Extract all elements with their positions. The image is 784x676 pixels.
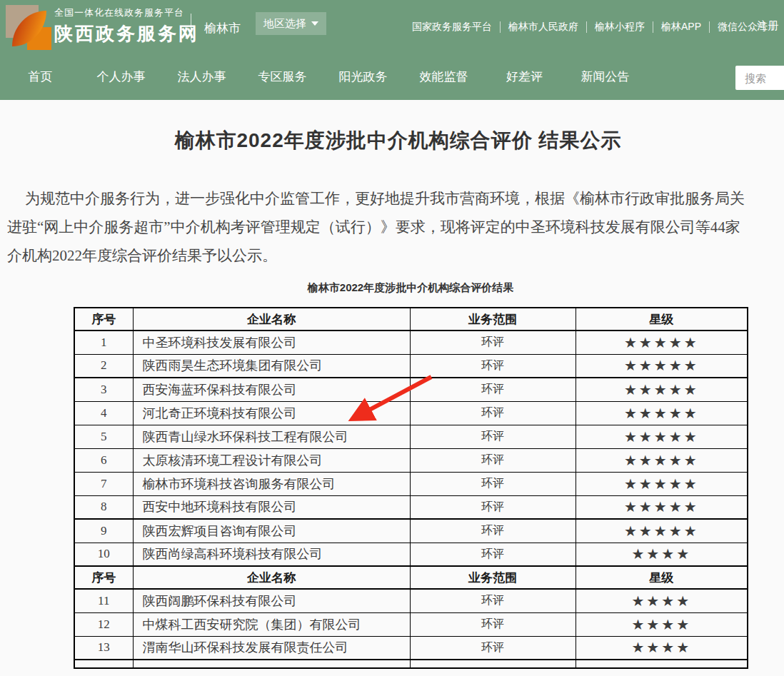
cell-company-name: 太原核清环境工程设计有限公司	[133, 448, 410, 472]
top-links: 国家政务服务平台榆林市人民政府榆林小程序榆林APP微信公众号	[412, 0, 768, 54]
cell-business-scope: 环评	[410, 589, 576, 612]
nav-item-5[interactable]: 阳光政务	[323, 69, 403, 85]
cell-star-rating: ★★★★★	[576, 425, 748, 448]
table-row: 12中煤科工西安研究院（集团）有限公司环评★★★★	[74, 612, 748, 636]
cell-index: 3	[74, 378, 133, 401]
cell-company-name: 中圣环境科技发展有限公司	[133, 331, 410, 354]
cell-star-rating: ★★★★★	[576, 354, 748, 378]
current-city-label: 榆林市	[204, 20, 241, 36]
cell-index: 6	[74, 448, 133, 472]
cell-star-rating: ★★★★★	[576, 401, 748, 425]
cell-star-rating: ★★★★	[576, 589, 748, 612]
cell-index: 1	[74, 331, 133, 354]
region-select-button[interactable]: 地区选择	[256, 12, 326, 35]
cell-business-scope: 环评	[410, 354, 576, 378]
cell-business-scope: 环评	[410, 636, 576, 660]
column-header-1: 序号	[74, 566, 133, 589]
table-row: 9陕西宏辉项目咨询有限公司环评★★★★★	[74, 519, 748, 543]
cell-index: 9	[74, 519, 133, 543]
page-title: 榆林市2022年度涉批中介机构综合评价 结果公示	[0, 100, 784, 154]
platform-label: 全国一体化在线政务服务平台	[54, 6, 199, 19]
cell-star-rating: ★★★★	[576, 636, 748, 660]
chevron-down-icon	[311, 21, 318, 26]
nav-item-1[interactable]: 首页	[0, 69, 81, 85]
cell-star-rating: ★★★★★	[576, 331, 748, 354]
paragraph-line-2: 进驻“网上中介服务超市”中介机构考评管理规定（试行）》要求，现将评定的中圣环境科…	[7, 213, 784, 241]
nav-items: 首页个人办事法人办事专区服务阳光政务效能监督好差评新闻公告	[0, 54, 784, 85]
cell-company-name: 陕西雨昊生态环境集团有限公司	[133, 354, 410, 378]
cell-index: 13	[74, 636, 133, 660]
cell-star-rating: ★★★★★	[576, 472, 748, 495]
cell-star-rating: ★★★★	[576, 543, 748, 566]
table-row-clipped	[74, 660, 748, 668]
announcement-paragraph: 为规范中介服务行为，进一步强化中介监管工作，更好地提升我市营商环境，根据《榆林市…	[7, 184, 784, 270]
article-content: 榆林市2022年度涉批中介机构综合评价 结果公示 为规范中介服务行为，进一步强化…	[0, 100, 784, 669]
nav-item-3[interactable]: 法人办事	[161, 69, 242, 85]
column-header-2: 企业名称	[133, 308, 410, 331]
cell-company-name: 西安中地环境科技有限公司	[133, 495, 410, 519]
table-row: 8西安中地环境科技有限公司环评★★★★★	[74, 495, 748, 519]
top-header-bar: 全国一体化在线政务服务平台 陕西政务服务网 榆林市 地区选择 国家政务服务平台榆…	[0, 0, 784, 54]
link-separator	[500, 21, 501, 33]
cell-business-scope: 环评	[410, 495, 576, 519]
top-link-1[interactable]: 国家政务服务平台	[412, 21, 492, 34]
table-row: 1中圣环境科技发展有限公司环评★★★★★	[74, 331, 748, 354]
cell-business-scope: 环评	[410, 612, 576, 636]
top-link-3[interactable]: 榆林小程序	[595, 21, 645, 34]
region-select-label: 地区选择	[263, 17, 306, 31]
nav-item-2[interactable]: 个人办事	[81, 69, 161, 85]
cell-index: 12	[74, 612, 133, 636]
nav-item-7[interactable]: 好差评	[484, 69, 565, 85]
evaluation-results-table: 序号企业名称业务范围星级1中圣环境科技发展有限公司环评★★★★★2陕西雨昊生态环…	[74, 307, 748, 669]
cell-index: 11	[74, 589, 133, 612]
table-row: 6太原核清环境工程设计有限公司环评★★★★★	[74, 448, 748, 472]
cell-empty	[410, 660, 576, 668]
link-separator	[709, 21, 710, 33]
cell-index: 8	[74, 495, 133, 519]
page: 全国一体化在线政务服务平台 陕西政务服务网 榆林市 地区选择 国家政务服务平台榆…	[0, 0, 784, 676]
register-link[interactable]: 注册	[757, 19, 778, 33]
cell-empty	[74, 660, 133, 668]
cell-business-scope: 环评	[410, 401, 576, 425]
cell-company-name: 河北奇正环境科技有限公司	[133, 401, 410, 425]
cell-index: 10	[74, 543, 133, 566]
cell-business-scope: 环评	[410, 331, 576, 354]
top-link-2[interactable]: 榆林市人民政府	[508, 21, 578, 34]
column-header-4: 星级	[576, 566, 748, 589]
nav-item-8[interactable]: 新闻公告	[565, 69, 645, 85]
cell-index: 4	[74, 401, 133, 425]
search-input[interactable]	[735, 66, 784, 90]
cell-business-scope: 环评	[410, 472, 576, 495]
nav-item-6[interactable]: 效能监督	[403, 69, 484, 85]
cell-business-scope: 环评	[410, 519, 576, 543]
nav-item-4[interactable]: 专区服务	[242, 69, 323, 85]
column-header-4: 星级	[576, 308, 748, 331]
table-row: 3西安海蓝环保科技有限公司环评★★★★★	[74, 378, 748, 401]
brand-block: 全国一体化在线政务服务平台 陕西政务服务网	[54, 6, 199, 46]
site-name: 陕西政务服务网	[54, 21, 199, 46]
column-header-2: 企业名称	[133, 566, 410, 589]
table-caption: 榆林市2022年度涉批中介机构综合评价结果	[0, 281, 784, 295]
cell-company-name: 陕西阔鹏环保科技有限公司	[133, 589, 410, 612]
paragraph-line-1: 为规范中介服务行为，进一步强化中介监管工作，更好地提升我市营商环境，根据《榆林市…	[7, 184, 784, 213]
top-link-4[interactable]: 榆林APP	[661, 21, 701, 34]
column-header-1: 序号	[74, 308, 133, 331]
cell-business-scope: 环评	[410, 378, 576, 401]
cell-company-name: 陕西尚绿高科环境科技有限公司	[133, 543, 410, 566]
cell-empty	[576, 660, 748, 668]
paragraph-line-3: 介机构2022年度综合评价结果予以公示。	[7, 241, 784, 270]
cell-index: 2	[74, 354, 133, 378]
table-row: 10陕西尚绿高科环境科技有限公司环评★★★★	[74, 543, 748, 566]
cell-star-rating: ★★★★	[576, 612, 748, 636]
table-row: 7榆林市环境科技咨询服务有限公司环评★★★★★	[74, 472, 748, 495]
cell-star-rating: ★★★★★	[576, 519, 748, 543]
cell-star-rating: ★★★★★	[576, 378, 748, 401]
cell-company-name: 陕西宏辉项目咨询有限公司	[133, 519, 410, 543]
link-separator	[653, 21, 653, 33]
cell-star-rating: ★★★★★	[576, 448, 748, 472]
cell-empty	[133, 660, 410, 668]
brand-divider	[191, 14, 191, 40]
table-row: 4河北奇正环境科技有限公司环评★★★★★	[74, 401, 748, 425]
site-logo[interactable]	[6, 3, 50, 49]
link-separator	[586, 21, 587, 33]
